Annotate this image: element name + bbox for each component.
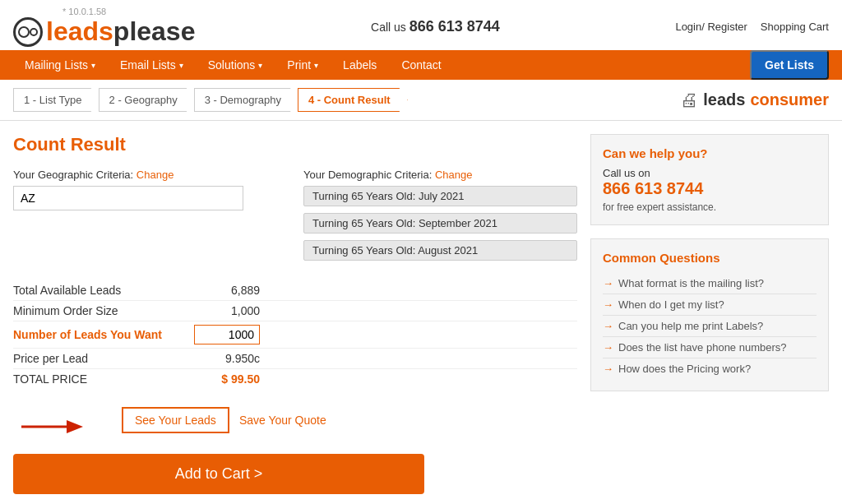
chevron-down-icon: ▾ — [314, 61, 318, 70]
breadcrumb-step-3[interactable]: 3 - Demography — [194, 88, 298, 112]
min-order-label: Minimum Order Size — [13, 304, 194, 317]
breadcrumb-step-2[interactable]: 2 - Geography — [99, 88, 195, 112]
demographic-tags: Turning 65 Years Old: July 2021 Turning … — [303, 186, 577, 264]
page-title: Count Result — [13, 134, 577, 155]
logo: leadsplease — [13, 16, 195, 47]
demo-criteria-label: Your Demographic Criteria: Change — [303, 169, 577, 181]
demo-tag-1: Turning 65 Years Old: July 2021 — [303, 186, 577, 206]
leads-want-label: Number of Leads You Want — [13, 328, 194, 341]
login-register-link[interactable]: Login/ Register — [675, 21, 747, 33]
min-order-value: 1,000 — [194, 304, 260, 317]
arrow-right-icon: → — [603, 363, 613, 375]
action-row: See Your Leads Save Your Quote — [46, 402, 577, 437]
logo-icon — [13, 17, 43, 47]
lc-consumer-text: consumer — [750, 90, 829, 109]
nav-bar: Mailing Lists ▾ Email Lists ▾ Solutions … — [0, 50, 842, 80]
sidebar-help-box: Can we help you? Call us on 866 613 8744… — [590, 134, 829, 225]
stats-table: Total Available Leads 6,889 Minimum Orde… — [13, 280, 577, 389]
sidebar: Can we help you? Call us on 866 613 8744… — [590, 134, 829, 494]
geographic-criteria-col: Your Geographic Criteria: Change — [13, 169, 287, 264]
phone-number: 866 613 8744 — [409, 18, 500, 35]
save-quote-link[interactable]: Save Your Quote — [239, 414, 326, 427]
arrow-right-icon: → — [603, 277, 613, 289]
nav-contact[interactable]: Contact — [390, 50, 452, 80]
nav-solutions[interactable]: Solutions ▾ — [197, 50, 275, 80]
question-item-4[interactable]: → Does the list have phone numbers? — [603, 337, 817, 358]
add-to-cart-section: Add to Cart > — [13, 454, 577, 494]
leads-want-input[interactable] — [194, 325, 260, 344]
breadcrumb-step-4[interactable]: 4 - Count Result — [298, 88, 408, 112]
stat-total-price: TOTAL PRICE $ 99.50 — [13, 369, 577, 389]
total-price-label: TOTAL PRICE — [13, 372, 194, 386]
chevron-down-icon: ▾ — [91, 61, 95, 70]
question-item-2[interactable]: → When do I get my list? — [603, 294, 817, 316]
call-area: Call us 866 613 8744 — [371, 18, 500, 35]
arrow-right-icon: → — [603, 320, 613, 332]
sidebar-help-title: Can we help you? — [603, 146, 817, 160]
lc-leads-text: leads — [703, 90, 745, 109]
version-text: * 10.0.1.58 — [62, 7, 195, 16]
sidebar-questions-box: Common Questions → What format is the ma… — [590, 238, 829, 391]
geo-criteria-input[interactable] — [13, 186, 243, 210]
shopping-cart-link[interactable]: Shopping Cart — [761, 21, 829, 33]
demo-tag-2: Turning 65 Years Old: September 2021 — [303, 213, 577, 234]
header-right: Login/ Register Shopping Cart — [675, 21, 829, 33]
question-2-text: When do I get my list? — [618, 298, 724, 311]
get-lists-button[interactable]: Get Lists — [750, 50, 829, 80]
demographic-criteria-col: Your Demographic Criteria: Change Turnin… — [303, 169, 577, 264]
total-leads-value: 6,889 — [194, 284, 260, 297]
printer-icon: 🖨 — [680, 90, 698, 111]
price-lead-label: Price per Lead — [13, 352, 194, 365]
stat-leads-want: Number of Leads You Want — [13, 321, 577, 349]
demo-change-link[interactable]: Change — [435, 169, 473, 181]
question-item-3[interactable]: → Can you help me print Labels? — [603, 316, 817, 337]
stat-min-order: Minimum Order Size 1,000 — [13, 301, 577, 321]
question-4-text: Does the list have phone numbers? — [618, 341, 787, 354]
sidebar-questions-title: Common Questions — [603, 251, 817, 265]
nav-labels[interactable]: Labels — [331, 50, 388, 80]
total-price-value: $ 99.50 — [194, 372, 260, 386]
breadcrumb: 1 - List Type 2 - Geography 3 - Demograp… — [0, 80, 842, 121]
price-lead-value: 9.950c — [194, 352, 260, 365]
geo-criteria-label: Your Geographic Criteria: Change — [13, 169, 287, 181]
question-item-5[interactable]: → How does the Pricing work? — [603, 358, 817, 379]
see-leads-button[interactable]: See Your Leads — [122, 407, 229, 433]
stat-total-leads: Total Available Leads 6,889 — [13, 280, 577, 301]
question-1-text: What format is the mailing list? — [618, 277, 764, 289]
add-to-cart-button[interactable]: Add to Cart > — [13, 454, 424, 494]
question-3-text: Can you help me print Labels? — [618, 320, 763, 332]
arrow-right-icon: → — [603, 341, 613, 354]
chevron-down-icon: ▾ — [179, 61, 183, 70]
nav-mailing-lists[interactable]: Mailing Lists ▾ — [13, 50, 107, 80]
arrow-right-icon: → — [603, 298, 613, 311]
breadcrumb-step-1[interactable]: 1 - List Type — [13, 88, 99, 112]
total-leads-label: Total Available Leads — [13, 284, 194, 297]
chevron-down-icon: ▾ — [258, 61, 262, 70]
geo-change-link[interactable]: Change — [136, 169, 174, 181]
question-item-1[interactable]: → What format is the mailing list? — [603, 273, 817, 294]
sidebar-help-sub: for free expert assistance. — [603, 201, 817, 213]
logo-leads: leads — [46, 16, 113, 47]
arrow-icon — [21, 402, 87, 435]
nav-email-lists[interactable]: Email Lists ▾ — [109, 50, 195, 80]
demo-tag-3: Turning 65 Years Old: August 2021 — [303, 240, 577, 261]
question-5-text: How does the Pricing work? — [618, 363, 751, 375]
leads-consumer-logo: 🖨 leadsconsumer — [680, 90, 829, 111]
call-label: Call us — [371, 21, 406, 34]
svg-marker-1 — [67, 420, 83, 433]
logo-please: please — [113, 16, 196, 47]
sidebar-help-call: Call us on 866 613 8744 for free expert … — [603, 167, 817, 213]
arrow-pointer — [21, 402, 87, 437]
nav-print[interactable]: Print ▾ — [275, 50, 330, 80]
stat-price-per-lead: Price per Lead 9.950c — [13, 349, 577, 369]
sidebar-phone-number: 866 613 8744 — [603, 179, 817, 198]
